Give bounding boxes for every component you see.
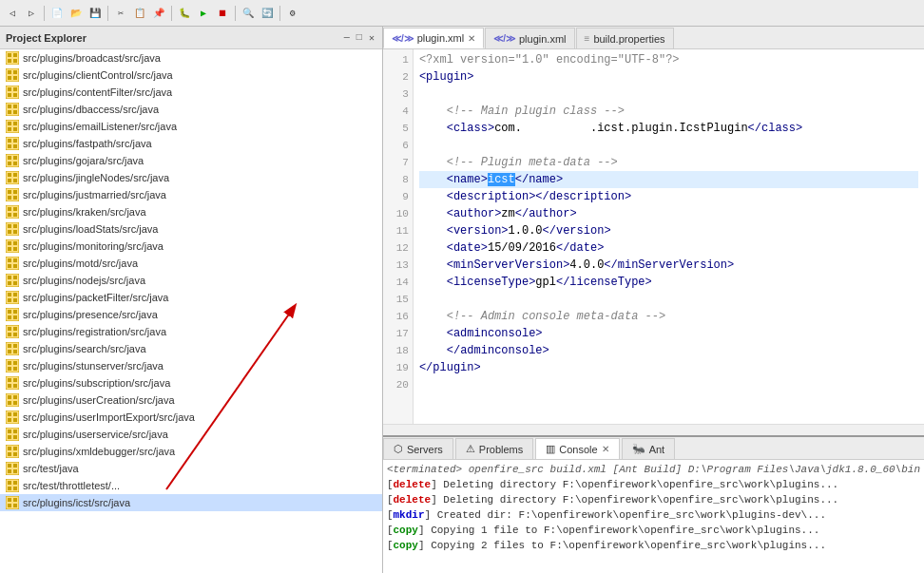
tab-problems[interactable]: ⚠ Problems [455,438,533,459]
tree-item-10[interactable]: src/plugins/loadStats/src/java [0,220,382,238]
line-num-14: 14 [387,274,409,291]
panel-minimize-btn[interactable]: — [342,31,352,45]
svg-rect-32 [13,156,17,160]
svg-rect-122 [13,464,17,468]
svg-rect-96 [8,378,11,382]
line-num-8: 8 [387,171,409,188]
svg-rect-124 [13,469,17,473]
tree-item-3[interactable]: src/plugins/dbaccess/src/java [0,101,382,118]
tree-item-label-4: src/plugins/emailListener/src/java [23,121,177,132]
toolbar-separator-3 [171,6,172,21]
code-content[interactable]: <?xml version="1.0" encoding="UTF-8"?><p… [414,49,924,424]
svg-rect-18 [8,110,11,114]
toolbar-run-icon[interactable]: ▶ [195,5,212,22]
toolbar-paste-icon[interactable]: 📌 [150,5,167,22]
console-tab-close[interactable]: ✕ [602,444,609,454]
tree-item-22[interactable]: src/plugins/userservice/src/java [0,426,382,443]
console-tab-label: Console [559,444,597,455]
code-editor[interactable]: 1234567891011121314151617181920 <?xml ve… [383,49,924,424]
tree-item-6[interactable]: src/plugins/gojara/src/java [0,152,382,169]
tab-console[interactable]: ▥ Console ✕ [535,438,619,459]
panel-maximize-btn[interactable]: □ [355,31,364,45]
tab-plugin-xml-2[interactable]: ≪/≫ plugin.xml [485,28,574,48]
svg-rect-126 [8,481,11,485]
tab-servers[interactable]: ⬡ Servers [383,438,453,459]
tab-plugin-xml-1[interactable]: ≪/≫ plugin.xml ✕ [383,28,484,48]
code-line-6 [419,137,918,154]
package-icon-4 [6,120,19,133]
tree-container[interactable]: src/plugins/broadcast/src/java src/plugi… [0,49,382,573]
toolbar-save-icon[interactable]: 💾 [87,5,104,22]
code-line-18: </adminconsole> [419,342,918,359]
toolbar-new-icon[interactable]: 📄 [48,5,66,22]
tab-close-1[interactable]: ✕ [468,33,475,44]
toolbar-forward-icon[interactable]: ▷ [23,5,40,22]
svg-rect-43 [8,196,11,200]
svg-rect-68 [8,281,11,285]
toolbar-search-icon[interactable]: 🔍 [240,5,257,22]
tree-item-26[interactable]: src/plugins/icst/src/java [0,494,382,511]
toolbar-copy-icon[interactable]: 📋 [131,5,148,22]
line-numbers: 1234567891011121314151617181920 [383,49,414,424]
left-panel: Project Explorer — □ ✕ src/plugins/broad… [0,27,383,573]
tree-item-0[interactable]: src/plugins/broadcast/src/java [0,49,382,67]
svg-rect-108 [8,418,11,422]
svg-rect-97 [13,378,17,382]
toolbar-debug-icon[interactable]: 🐛 [176,5,193,22]
toolbar-settings-icon[interactable]: ⚙ [284,5,301,22]
toolbar-refresh-icon[interactable]: 🔄 [259,5,276,22]
tree-item-2[interactable]: src/plugins/contentFilter/src/java [0,84,382,101]
toolbar-separator-4 [235,6,236,21]
tree-item-16[interactable]: src/plugins/registration/src/java [0,323,382,340]
package-icon-24 [6,462,19,475]
tree-item-24[interactable]: src/test/java [0,460,382,477]
tree-item-13[interactable]: src/plugins/nodejs/src/java [0,272,382,289]
tree-item-18[interactable]: src/plugins/stunserver/src/java [0,357,382,374]
tree-item-label-25: src/test/throttletest/... [23,480,120,491]
tree-item-5[interactable]: src/plugins/fastpath/src/java [0,135,382,152]
tree-item-17[interactable]: src/plugins/search/src/java [0,340,382,357]
tree-item-23[interactable]: src/plugins/xmldebugger/src/java [0,443,382,460]
svg-rect-91 [8,361,11,365]
toolbar-open-icon[interactable]: 📂 [67,5,85,22]
package-icon-5 [6,137,19,150]
tree-item-19[interactable]: src/plugins/subscription/src/java [0,374,382,392]
toolbar-cut-icon[interactable]: ✂ [112,5,129,22]
tree-item-21[interactable]: src/plugins/userImportExport/src/java [0,409,382,426]
tree-item-14[interactable]: src/plugins/packetFilter/src/java [0,289,382,306]
toolbar-stop-icon[interactable]: ⏹ [214,5,231,22]
tree-item-label-10: src/plugins/loadStats/src/java [23,223,158,235]
editor-horizontal-scrollbar[interactable] [383,424,924,435]
panel-close-btn[interactable]: ✕ [367,31,376,45]
code-line-14: <licenseType>gpl</licenseType> [419,274,918,291]
console-content: <terminated> openfire_src build.xml [Ant… [383,460,924,573]
package-icon-19 [6,376,19,390]
tree-item-8[interactable]: src/plugins/justmarried/src/java [0,186,382,203]
code-line-17: <adminconsole> [419,325,918,342]
code-line-13: <minServerVersion>4.0.0</minServerVersio… [419,257,918,274]
tab-ant[interactable]: 🐜 Ant [622,438,676,459]
package-icon-14 [6,291,19,304]
tree-item-25[interactable]: src/test/throttletest/... [0,477,382,494]
svg-rect-128 [8,487,11,490]
tree-item-12[interactable]: src/plugins/motd/src/java [0,255,382,272]
tree-item-label-19: src/plugins/subscription/src/java [23,377,170,389]
tree-item-7[interactable]: src/plugins/jingleNodes/src/java [0,169,382,186]
tree-item-20[interactable]: src/plugins/userCreation/src/java [0,392,382,409]
svg-rect-33 [8,162,11,165]
line-num-15: 15 [387,291,409,308]
tree-item-1[interactable]: src/plugins/clientControl/src/java [0,67,382,84]
svg-rect-112 [13,430,17,433]
toolbar-back-icon[interactable]: ◁ [4,5,21,22]
tree-item-4[interactable]: src/plugins/emailListener/src/java [0,118,382,135]
svg-rect-39 [13,179,17,182]
svg-rect-74 [13,298,17,302]
tab-build-properties[interactable]: ≡ build.properties [576,28,674,48]
tree-item-9[interactable]: src/plugins/kraken/src/java [0,203,382,220]
tree-item-15[interactable]: src/plugins/presence/src/java [0,306,382,323]
code-line-3 [419,86,918,103]
tree-item-11[interactable]: src/plugins/monitoring/src/java [0,238,382,255]
editor-tabs: ≪/≫ plugin.xml ✕ ≪/≫ plugin.xml ≡ build.… [383,27,924,49]
tab-label-3: build.properties [593,33,664,45]
svg-rect-78 [8,315,11,319]
